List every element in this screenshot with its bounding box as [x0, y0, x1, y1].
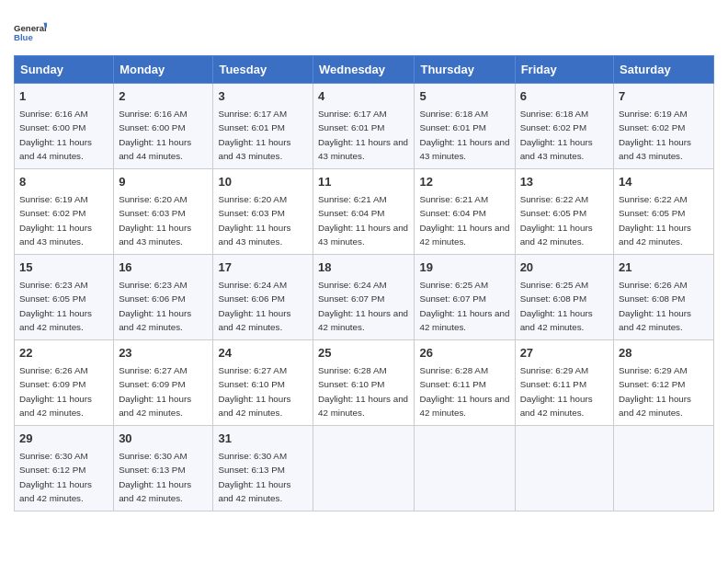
calendar-table: SundayMondayTuesdayWednesdayThursdayFrid…	[14, 55, 714, 511]
day-number: 5	[419, 88, 509, 105]
calendar-cell: 25 Sunrise: 6:28 AMSunset: 6:10 PMDaylig…	[313, 340, 415, 426]
calendar-week-row: 22 Sunrise: 6:26 AMSunset: 6:09 PMDaylig…	[15, 340, 714, 426]
calendar-cell: 22 Sunrise: 6:26 AMSunset: 6:09 PMDaylig…	[15, 340, 114, 426]
day-number: 29	[19, 431, 108, 447]
day-info: Sunrise: 6:26 AMSunset: 6:09 PMDaylight:…	[19, 365, 92, 418]
day-number: 30	[119, 431, 208, 447]
day-info: Sunrise: 6:19 AMSunset: 6:02 PMDaylight:…	[619, 109, 691, 161]
day-number: 8	[19, 174, 108, 190]
calendar-cell: 1 Sunrise: 6:16 AMSunset: 6:00 PMDayligh…	[15, 84, 114, 169]
day-number: 28	[619, 345, 709, 362]
day-info: Sunrise: 6:17 AMSunset: 6:01 PMDaylight:…	[218, 109, 290, 161]
day-info: Sunrise: 6:30 AMSunset: 6:13 PMDaylight:…	[119, 451, 191, 503]
day-number: 6	[520, 88, 609, 105]
day-info: Sunrise: 6:17 AMSunset: 6:01 PMDaylight:…	[318, 109, 408, 161]
calendar-cell: 16 Sunrise: 6:23 AMSunset: 6:06 PMDaylig…	[114, 255, 213, 340]
calendar-cell: 8 Sunrise: 6:19 AMSunset: 6:02 PMDayligh…	[15, 169, 114, 255]
day-number: 24	[218, 345, 308, 362]
day-info: Sunrise: 6:25 AMSunset: 6:08 PMDaylight:…	[520, 280, 593, 332]
calendar-cell: 31 Sunrise: 6:30 AMSunset: 6:13 PMDaylig…	[213, 426, 313, 511]
calendar-cell: 4 Sunrise: 6:17 AMSunset: 6:01 PMDayligh…	[313, 84, 415, 169]
day-number: 20	[520, 259, 609, 276]
page-header: General Blue	[14, 9, 714, 50]
calendar-cell: 9 Sunrise: 6:20 AMSunset: 6:03 PMDayligh…	[114, 169, 213, 255]
day-number: 23	[119, 345, 208, 362]
calendar-header-tuesday: Tuesday	[213, 56, 313, 84]
day-number: 2	[119, 88, 208, 105]
day-info: Sunrise: 6:22 AMSunset: 6:05 PMDaylight:…	[520, 194, 593, 247]
svg-text:Blue: Blue	[14, 32, 33, 42]
day-number: 7	[619, 88, 709, 105]
calendar-week-row: 29 Sunrise: 6:30 AMSunset: 6:12 PMDaylig…	[15, 426, 714, 511]
calendar-cell: 26 Sunrise: 6:28 AMSunset: 6:11 PMDaylig…	[415, 340, 515, 426]
calendar-cell: 30 Sunrise: 6:30 AMSunset: 6:13 PMDaylig…	[114, 426, 213, 511]
day-number: 13	[520, 174, 609, 190]
calendar-header-thursday: Thursday	[415, 56, 515, 84]
calendar-cell: 28 Sunrise: 6:29 AMSunset: 6:12 PMDaylig…	[614, 340, 714, 426]
calendar-cell: 29 Sunrise: 6:30 AMSunset: 6:12 PMDaylig…	[15, 426, 114, 511]
calendar-cell: 14 Sunrise: 6:22 AMSunset: 6:05 PMDaylig…	[614, 169, 714, 255]
day-number: 9	[119, 174, 208, 190]
calendar-week-row: 15 Sunrise: 6:23 AMSunset: 6:05 PMDaylig…	[15, 255, 714, 340]
calendar-cell: 10 Sunrise: 6:20 AMSunset: 6:03 PMDaylig…	[213, 169, 313, 255]
logo-svg: General Blue	[14, 15, 47, 50]
day-info: Sunrise: 6:30 AMSunset: 6:12 PMDaylight:…	[19, 451, 92, 503]
calendar-cell	[313, 426, 415, 511]
day-info: Sunrise: 6:21 AMSunset: 6:04 PMDaylight:…	[318, 194, 408, 247]
calendar-cell: 19 Sunrise: 6:25 AMSunset: 6:07 PMDaylig…	[415, 255, 515, 340]
calendar-cell: 7 Sunrise: 6:19 AMSunset: 6:02 PMDayligh…	[614, 84, 714, 169]
day-info: Sunrise: 6:20 AMSunset: 6:03 PMDaylight:…	[119, 194, 191, 247]
day-info: Sunrise: 6:28 AMSunset: 6:10 PMDaylight:…	[318, 365, 408, 418]
day-info: Sunrise: 6:23 AMSunset: 6:05 PMDaylight:…	[19, 280, 92, 332]
day-info: Sunrise: 6:19 AMSunset: 6:02 PMDaylight:…	[19, 194, 92, 247]
calendar-cell: 24 Sunrise: 6:27 AMSunset: 6:10 PMDaylig…	[213, 340, 313, 426]
day-info: Sunrise: 6:29 AMSunset: 6:12 PMDaylight:…	[619, 365, 691, 418]
calendar-cell	[614, 426, 714, 511]
day-info: Sunrise: 6:27 AMSunset: 6:09 PMDaylight:…	[119, 365, 191, 418]
day-number: 19	[419, 259, 509, 276]
calendar-cell: 3 Sunrise: 6:17 AMSunset: 6:01 PMDayligh…	[213, 84, 313, 169]
svg-text:General: General	[14, 23, 47, 33]
calendar-header-sunday: Sunday	[15, 56, 114, 84]
calendar-cell: 23 Sunrise: 6:27 AMSunset: 6:09 PMDaylig…	[114, 340, 213, 426]
calendar-cell: 12 Sunrise: 6:21 AMSunset: 6:04 PMDaylig…	[415, 169, 515, 255]
calendar-cell: 27 Sunrise: 6:29 AMSunset: 6:11 PMDaylig…	[515, 340, 613, 426]
day-number: 3	[218, 88, 308, 105]
day-info: Sunrise: 6:16 AMSunset: 6:00 PMDaylight:…	[119, 109, 191, 161]
calendar-header-wednesday: Wednesday	[313, 56, 415, 84]
calendar-week-row: 1 Sunrise: 6:16 AMSunset: 6:00 PMDayligh…	[15, 84, 714, 169]
day-info: Sunrise: 6:24 AMSunset: 6:06 PMDaylight:…	[218, 280, 290, 332]
day-info: Sunrise: 6:28 AMSunset: 6:11 PMDaylight:…	[419, 365, 509, 418]
day-number: 14	[619, 174, 709, 190]
calendar-cell: 2 Sunrise: 6:16 AMSunset: 6:00 PMDayligh…	[114, 84, 213, 169]
day-info: Sunrise: 6:21 AMSunset: 6:04 PMDaylight:…	[419, 194, 509, 247]
day-info: Sunrise: 6:24 AMSunset: 6:07 PMDaylight:…	[318, 280, 408, 332]
day-number: 15	[19, 259, 108, 276]
day-number: 21	[619, 259, 709, 276]
day-number: 12	[419, 174, 509, 190]
calendar-cell: 18 Sunrise: 6:24 AMSunset: 6:07 PMDaylig…	[313, 255, 415, 340]
day-info: Sunrise: 6:18 AMSunset: 6:01 PMDaylight:…	[419, 109, 509, 161]
calendar-cell: 15 Sunrise: 6:23 AMSunset: 6:05 PMDaylig…	[15, 255, 114, 340]
calendar-header-friday: Friday	[515, 56, 613, 84]
calendar-cell: 20 Sunrise: 6:25 AMSunset: 6:08 PMDaylig…	[515, 255, 613, 340]
day-info: Sunrise: 6:22 AMSunset: 6:05 PMDaylight:…	[619, 194, 691, 247]
calendar-cell	[415, 426, 515, 511]
logo: General Blue	[14, 15, 47, 50]
day-info: Sunrise: 6:20 AMSunset: 6:03 PMDaylight:…	[218, 194, 290, 247]
day-info: Sunrise: 6:26 AMSunset: 6:08 PMDaylight:…	[619, 280, 691, 332]
day-number: 26	[419, 345, 509, 362]
day-info: Sunrise: 6:30 AMSunset: 6:13 PMDaylight:…	[218, 451, 290, 503]
calendar-cell: 13 Sunrise: 6:22 AMSunset: 6:05 PMDaylig…	[515, 169, 613, 255]
day-number: 27	[520, 345, 609, 362]
calendar-header-monday: Monday	[114, 56, 213, 84]
day-number: 25	[318, 345, 409, 362]
day-info: Sunrise: 6:16 AMSunset: 6:00 PMDaylight:…	[19, 109, 92, 161]
day-number: 18	[318, 259, 409, 276]
day-number: 31	[218, 431, 308, 447]
day-info: Sunrise: 6:29 AMSunset: 6:11 PMDaylight:…	[520, 365, 593, 418]
calendar-cell: 5 Sunrise: 6:18 AMSunset: 6:01 PMDayligh…	[415, 84, 515, 169]
day-number: 10	[218, 174, 308, 190]
calendar-cell: 11 Sunrise: 6:21 AMSunset: 6:04 PMDaylig…	[313, 169, 415, 255]
calendar-cell	[515, 426, 613, 511]
